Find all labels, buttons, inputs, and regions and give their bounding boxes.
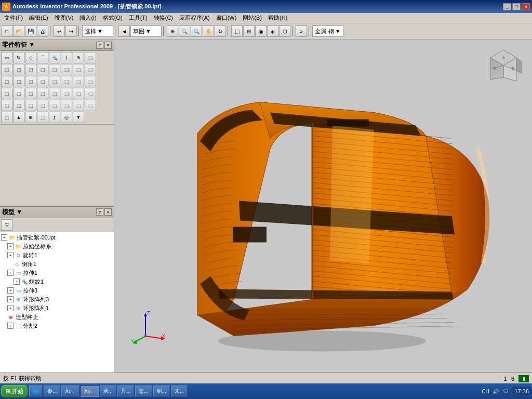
taskbar-btn-1[interactable]: 参...: [44, 385, 60, 397]
tree-item-origin[interactable]: + 📁 原始坐标系: [1, 242, 113, 251]
undo-button[interactable]: ↩: [54, 25, 65, 37]
zoom-all[interactable]: ⊕: [167, 25, 178, 37]
menu-web[interactable]: 网站(B): [240, 13, 265, 23]
taskbar-btn-4[interactable]: 录...: [100, 385, 116, 397]
taskbar-btn-5[interactable]: 丹...: [117, 385, 134, 397]
model-close-button[interactable]: ×: [104, 208, 112, 216]
feat-btn-22[interactable]: ⬚: [61, 76, 72, 87]
tree-item-pattern2[interactable]: + ⊞ 环形阵列3: [1, 295, 113, 304]
expand-extrude1[interactable]: +: [7, 270, 14, 276]
feat-btn-18[interactable]: ⬚: [13, 76, 24, 87]
feature-close-button[interactable]: ×: [104, 42, 112, 49]
material-dropdown[interactable]: 金属-钢 ▼: [312, 25, 343, 37]
feat-btn-21[interactable]: ⬚: [49, 76, 60, 87]
more-button[interactable]: »: [296, 25, 307, 37]
tree-item-helix[interactable]: + 🔩 螺纹1: [1, 277, 113, 286]
feat-btn-13[interactable]: ⬚: [49, 64, 60, 75]
save-button[interactable]: 💾: [25, 25, 36, 37]
pan[interactable]: ✋: [203, 25, 214, 37]
filter-icon[interactable]: ▽: [1, 219, 12, 231]
taskbar-btn-2[interactable]: Au...: [61, 385, 79, 397]
back-button[interactable]: ◄: [118, 25, 130, 37]
feat-btn-11[interactable]: ⬚: [25, 64, 36, 75]
feat-btn-33[interactable]: ⬚: [1, 100, 12, 111]
menu-file[interactable]: 文件(F): [1, 13, 26, 23]
view-btn-1[interactable]: ⬚: [231, 25, 243, 37]
taskbar-btn-6[interactable]: 您...: [135, 385, 152, 397]
feat-btn-6[interactable]: ⌇: [61, 52, 72, 63]
feat-btn-16[interactable]: ⬚: [85, 64, 96, 75]
viewport[interactable]: 上 右 左 Z X Y: [114, 39, 532, 373]
feat-btn-42[interactable]: ▲: [13, 112, 24, 123]
expand-helix[interactable]: +: [14, 278, 20, 285]
menu-app[interactable]: 应用程序(A): [176, 13, 213, 23]
print-button[interactable]: 🖨: [37, 25, 48, 37]
taskbar-ie-1[interactable]: 🌐: [29, 385, 43, 397]
model-help-button[interactable]: ?: [96, 208, 103, 216]
rotate[interactable]: ↻: [215, 25, 226, 37]
feat-btn-17[interactable]: ⬚: [1, 76, 12, 87]
taskbar-btn-7[interactable]: 铜...: [153, 385, 170, 397]
menu-tools[interactable]: 工具(T): [126, 13, 151, 23]
feat-btn-37[interactable]: ⬚: [49, 100, 60, 111]
menu-format[interactable]: 格式(O): [100, 13, 126, 23]
view-btn-2[interactable]: ⊞: [243, 25, 255, 37]
expand-extrude3[interactable]: +: [7, 287, 14, 294]
feat-btn-41[interactable]: ⬚: [1, 112, 12, 123]
feat-btn-43[interactable]: ⊕: [25, 112, 36, 123]
minimize-button[interactable]: _: [503, 3, 511, 10]
feat-btn-30[interactable]: ⬚: [61, 88, 72, 99]
tree-item-root[interactable]: + 📁 插管锁紧-00.ipt: [1, 233, 113, 242]
open-button[interactable]: 📂: [13, 25, 24, 37]
view-btn-3[interactable]: ◉: [255, 25, 267, 37]
feat-btn-20[interactable]: ⬚: [37, 76, 48, 87]
lang-indicator[interactable]: CH: [481, 387, 489, 395]
feat-btn-4[interactable]: ⌒: [37, 52, 48, 63]
feat-btn-10[interactable]: ⬚: [13, 64, 24, 75]
feat-btn-24[interactable]: ⬚: [85, 76, 96, 87]
feature-help-button[interactable]: ?: [96, 42, 103, 49]
tree-item-revolve[interactable]: + ↻ 旋转1: [1, 251, 113, 260]
zoom-out[interactable]: 🔍: [191, 25, 202, 37]
view-cube[interactable]: 上 右 左: [485, 47, 522, 84]
feat-btn-44[interactable]: ⬚: [37, 112, 48, 123]
select-dropdown[interactable]: 选择 ▼: [82, 25, 113, 37]
taskbar-btn-3[interactable]: Au...: [81, 385, 99, 397]
feat-btn-7[interactable]: ⊕: [73, 52, 84, 63]
start-button[interactable]: ⊞ 开始: [1, 385, 28, 397]
redo-button[interactable]: ↪: [65, 25, 77, 37]
tree-item-chamfer[interactable]: ◇ 倒角1: [1, 260, 113, 269]
feat-btn-19[interactable]: ⬚: [25, 76, 36, 87]
feat-btn-1[interactable]: ▭: [1, 52, 12, 63]
tree-item-pattern1[interactable]: + ⊞ 环形阵列1: [1, 304, 113, 313]
feat-btn-3[interactable]: ◇: [25, 52, 36, 63]
menu-edit[interactable]: 编辑(E): [26, 13, 51, 23]
menu-help[interactable]: 帮助(H): [265, 13, 290, 23]
expand-origin[interactable]: +: [7, 243, 14, 249]
tree-item-split2[interactable]: + ⬚ 分割2: [1, 322, 113, 330]
feat-btn-2[interactable]: ↻: [13, 52, 24, 63]
new-button[interactable]: □: [1, 25, 12, 37]
feat-btn-23[interactable]: ⬚: [73, 76, 84, 87]
menu-insert[interactable]: 插入(I): [76, 13, 99, 23]
expand-root[interactable]: +: [1, 234, 7, 241]
feat-btn-40[interactable]: ⬚: [85, 100, 96, 111]
maximize-button[interactable]: □: [512, 3, 521, 10]
tree-item-extrude1[interactable]: + ▭ 拉伸1: [1, 269, 113, 277]
feat-btn-26[interactable]: ⬚: [13, 88, 24, 99]
taskbar-btn-8[interactable]: 未...: [171, 385, 188, 397]
feat-btn-45[interactable]: ƒ: [49, 112, 60, 123]
menu-window[interactable]: 窗口(W): [213, 13, 240, 23]
expand-split2[interactable]: +: [7, 323, 14, 329]
feat-btn-36[interactable]: ⬚: [37, 100, 48, 111]
feat-btn-31[interactable]: ⬚: [73, 88, 84, 99]
expand-revolve[interactable]: +: [7, 252, 14, 258]
feat-btn-9[interactable]: ⬚: [1, 64, 12, 75]
feat-btn-14[interactable]: ⬚: [61, 64, 72, 75]
feat-btn-12[interactable]: ⬚: [37, 64, 48, 75]
feat-btn-8[interactable]: ⬚: [85, 52, 96, 63]
feat-btn-25[interactable]: ⬚: [1, 88, 12, 99]
expand-pattern1[interactable]: +: [7, 305, 14, 311]
feat-btn-5[interactable]: 🔩: [49, 52, 60, 63]
expand-pattern2[interactable]: +: [7, 296, 14, 302]
